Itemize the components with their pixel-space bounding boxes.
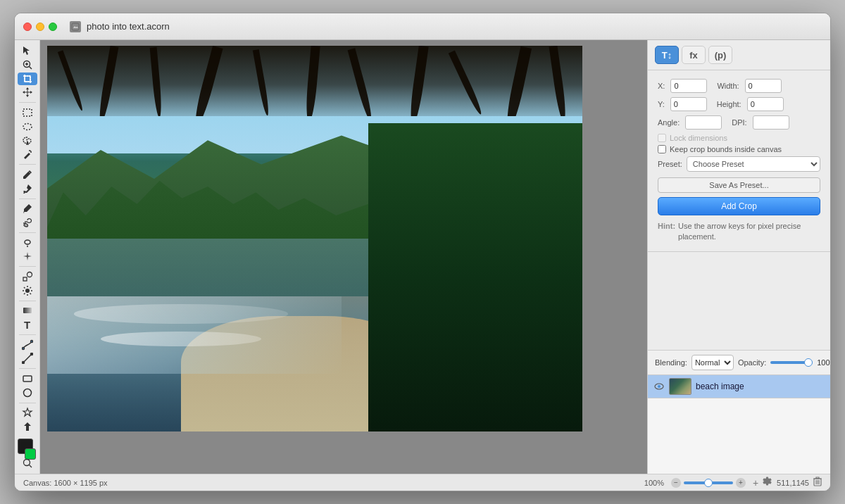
- tool-star[interactable]: [18, 406, 37, 419]
- tool-sharpen[interactable]: [18, 251, 37, 263]
- zoom-in-button[interactable]: +: [736, 478, 746, 488]
- hint-text: Use the arrow keys for pixel precise pla…: [678, 221, 820, 243]
- tool-brush[interactable]: [18, 182, 37, 195]
- blending-label: Blending:: [655, 358, 687, 367]
- layer-visibility-toggle[interactable]: [653, 381, 665, 392]
- tool-gradient[interactable]: [18, 304, 37, 317]
- preset-select[interactable]: Choose Preset: [687, 156, 820, 172]
- tool-rect-shape[interactable]: [18, 372, 37, 385]
- tool-text[interactable]: T: [18, 318, 37, 331]
- app-window: photo into text.acorn: [14, 13, 831, 491]
- add-layer-button[interactable]: +: [753, 477, 758, 489]
- tool-zoom[interactable]: [18, 58, 37, 71]
- svg-line-32: [29, 465, 32, 467]
- svg-line-22: [24, 293, 25, 294]
- angle-input[interactable]: [685, 115, 722, 130]
- tool-magic-wand[interactable]: [18, 149, 37, 161]
- add-crop-button[interactable]: Add Crop: [658, 197, 820, 215]
- svg-point-28: [30, 353, 32, 355]
- svg-rect-12: [23, 277, 27, 281]
- svg-point-7: [23, 123, 32, 130]
- tool-eyedropper[interactable]: [18, 202, 37, 215]
- minimize-button[interactable]: [36, 23, 44, 31]
- maximize-button[interactable]: [49, 23, 57, 31]
- app-icon: [70, 21, 81, 32]
- tool-dodge[interactable]: [18, 237, 37, 249]
- tool-arrow[interactable]: [18, 44, 37, 57]
- settings-button[interactable]: [763, 477, 772, 489]
- width-input[interactable]: [745, 79, 782, 93]
- tool-bezier[interactable]: [18, 339, 37, 351]
- canvas-area[interactable]: [40, 40, 647, 474]
- layer-thumb-image: [670, 379, 691, 394]
- lock-dimensions-row: Lock dimensions: [658, 134, 820, 142]
- palm-fronds: [47, 46, 582, 116]
- close-button[interactable]: [23, 23, 32, 31]
- blending-select[interactable]: Normal Multiply Screen Overlay: [691, 355, 734, 370]
- main-area: T: [15, 40, 830, 474]
- window-title: photo into text.acorn: [87, 21, 170, 32]
- keep-crop-label: Keep crop bounds inside canvas: [670, 145, 782, 153]
- tool-divider-8: [19, 368, 36, 369]
- zoom-track: [684, 481, 733, 484]
- x-label: X:: [658, 82, 665, 90]
- opacity-slider[interactable]: [770, 361, 813, 364]
- tool-divider-9: [19, 403, 36, 403]
- tool-lasso[interactable]: [18, 134, 37, 147]
- angle-dpi-row: Angle: DPI:: [658, 115, 820, 130]
- lock-dimensions-checkbox[interactable]: [658, 134, 666, 142]
- svg-line-20: [30, 293, 31, 294]
- tools-sidebar: T: [15, 40, 40, 474]
- svg-line-2: [29, 66, 32, 69]
- keep-crop-checkbox[interactable]: [658, 145, 666, 153]
- hint-row: Hint: Use the arrow keys for pixel preci…: [658, 221, 820, 243]
- tool-move[interactable]: [18, 87, 37, 99]
- blending-row: Blending: Normal Multiply Screen Overlay…: [648, 350, 830, 375]
- tool-circle-shape[interactable]: [18, 386, 37, 399]
- y-label: Y:: [658, 100, 665, 108]
- svg-line-19: [24, 287, 25, 289]
- svg-line-10: [30, 151, 31, 151]
- layers-panel: beach image: [648, 375, 830, 474]
- tool-rect-select[interactable]: [18, 106, 37, 119]
- tool-arrow-shape[interactable]: [18, 420, 37, 433]
- dpi-label: DPI:: [732, 118, 746, 127]
- layer-item[interactable]: beach image: [648, 375, 830, 398]
- svg-line-21: [30, 287, 31, 289]
- height-input[interactable]: [747, 97, 784, 111]
- svg-point-24: [22, 347, 24, 349]
- tool-divider-5: [19, 266, 36, 267]
- tool-shape[interactable]: [18, 270, 37, 283]
- tool-brightness[interactable]: [18, 284, 37, 297]
- save-preset-button[interactable]: Save As Preset...: [658, 177, 820, 193]
- canvas-size-label: Canvas: 1600 × 1195 px: [23, 479, 108, 487]
- delete-layer-button[interactable]: [813, 477, 822, 489]
- traffic-lights: [23, 23, 57, 31]
- svg-point-14: [25, 289, 30, 293]
- tool-ellipse-select[interactable]: [18, 120, 37, 133]
- cursor-coords: 511,1145: [777, 479, 809, 487]
- tool-divider-1: [19, 102, 36, 103]
- zoom-slider-container: − +: [671, 478, 746, 488]
- zoom-level: 100%: [644, 479, 664, 487]
- angle-group: Angle:: [658, 115, 722, 130]
- zoom-thumb[interactable]: [704, 479, 713, 487]
- preset-button[interactable]: (p): [708, 46, 732, 64]
- fx-button[interactable]: fx: [682, 46, 706, 64]
- tool-pencil[interactable]: [18, 168, 37, 181]
- dpi-input[interactable]: [753, 115, 789, 130]
- zoom-indicator[interactable]: [18, 457, 37, 470]
- tool-divider-3: [19, 199, 36, 199]
- right-toolbar: T↕ fx (p): [648, 40, 830, 70]
- y-input[interactable]: [670, 97, 707, 111]
- zoom-out-button[interactable]: −: [671, 478, 681, 488]
- tool-clone[interactable]: [18, 216, 37, 229]
- tool-line[interactable]: [18, 353, 37, 365]
- x-input[interactable]: [670, 79, 707, 93]
- statusbar: Canvas: 1600 × 1195 px 100% − + + 511,11…: [15, 474, 830, 491]
- tool-divider-7: [19, 334, 36, 335]
- svg-point-13: [27, 272, 32, 277]
- text-tool-button[interactable]: T↕: [655, 46, 679, 64]
- tool-crop[interactable]: [18, 73, 37, 85]
- svg-rect-23: [23, 308, 32, 313]
